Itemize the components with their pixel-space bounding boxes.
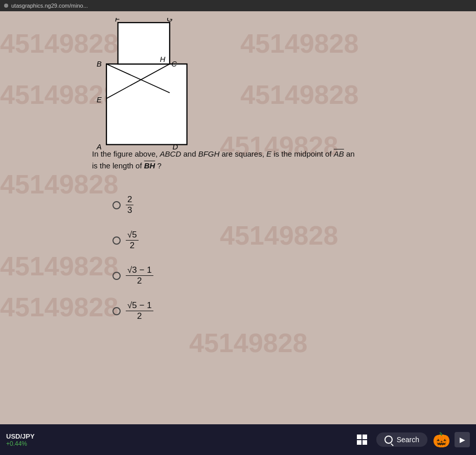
denom-c: 2 — [135, 276, 143, 286]
label-E: E — [97, 96, 102, 104]
search-label: Search — [397, 436, 419, 444]
choice-d[interactable]: √5 − 1 2 — [112, 300, 153, 321]
currency-change: +0.44% — [6, 440, 35, 447]
radio-a[interactable] — [112, 201, 121, 209]
radio-d[interactable] — [112, 307, 121, 315]
taskbar-right: 🎃 ▶ — [433, 431, 470, 448]
numer-d: √5 − 1 — [126, 300, 153, 311]
numer-a: 2 — [126, 194, 133, 205]
fraction-d: √5 − 1 2 — [126, 300, 153, 321]
tab-indicator — [4, 4, 8, 8]
windows-logo — [357, 435, 367, 445]
main-content: F G B H C E A D In the figure above, ABC… — [10, 10, 466, 424]
denom-b: 2 — [128, 241, 136, 251]
label-H: H — [160, 55, 166, 63]
taskbar: USD/JPY +0.44% Search 🎃 ▶ — [0, 424, 476, 455]
browser-bar: utasgraphics.ng29.com/mino... — [0, 0, 476, 11]
answer-choices: 2 3 √5 2 √3 − 1 2 √5 − 1 2 — [112, 194, 153, 321]
label-C: C — [171, 60, 177, 68]
denom-d: 2 — [135, 311, 143, 321]
problem-line1: In the figure above, ABCD and BFGH are s… — [92, 149, 355, 158]
currency-pair: USD/JPY — [6, 432, 35, 440]
windows-button[interactable] — [353, 430, 371, 449]
numer-b: √5 — [126, 230, 139, 241]
denom-a: 3 — [126, 205, 133, 215]
geometry-diagram: F G B H C E A D — [72, 18, 205, 156]
label-G: G — [167, 18, 172, 23]
label-F: F — [115, 18, 120, 23]
radio-b[interactable] — [112, 236, 121, 245]
search-icon — [384, 436, 393, 444]
radio-c[interactable] — [112, 272, 121, 280]
problem-line2: is the length of BH ? — [92, 161, 162, 170]
halloween-icon: 🎃 — [433, 431, 450, 448]
choice-b[interactable]: √5 2 — [112, 230, 153, 251]
label-B: B — [97, 60, 102, 68]
fraction-c: √3 − 1 2 — [126, 265, 153, 286]
numer-c: √3 − 1 — [126, 265, 153, 276]
browser-url: utasgraphics.ng29.com/mino... — [11, 3, 88, 9]
choice-c[interactable]: √3 − 1 2 — [112, 265, 153, 286]
fraction-b: √5 2 — [126, 230, 139, 251]
search-button[interactable]: Search — [376, 432, 427, 447]
fraction-a: 2 3 — [126, 194, 133, 215]
taskbar-currency: USD/JPY +0.44% — [6, 432, 35, 447]
choice-a[interactable]: 2 3 — [112, 194, 153, 215]
diagram-area: F G B H C E A D — [72, 18, 205, 156]
taskbar-extra-icon[interactable]: ▶ — [455, 432, 470, 447]
problem-text: In the figure above, ABCD and BFGH are s… — [92, 148, 368, 171]
